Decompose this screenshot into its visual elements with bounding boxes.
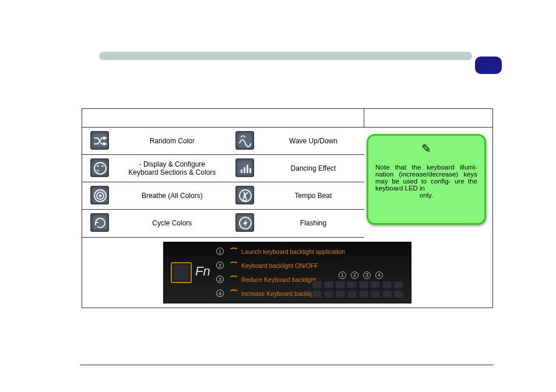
wave-icon [235,131,254,150]
note-line: Note that the keyboard illumi- [375,164,477,171]
fn-line-text: Launch keyboard backlight application [241,248,345,255]
svg-rect-6 [247,165,248,173]
circled-num: 1 [339,271,346,279]
svg-rect-5 [244,167,245,173]
fn-num-circle: 3 [216,276,224,283]
fn-line-text: Reduce Keyboard backlight [241,276,316,283]
icon-cell [82,182,117,210]
icon-cell [227,182,262,210]
backlight-icon [227,289,238,298]
pencil-icon: ✎ [375,142,477,156]
help-cell: ✎ Note that the keyboard illumi- nation … [364,128,493,238]
fn-row: Fn 1 Launch keyboard backlight applicati… [82,237,493,308]
fn-line-text: Increase Keyboard backlight [241,290,319,297]
concentric-icon [90,186,109,204]
random-icon [90,131,109,150]
tempo-icon [235,186,254,204]
fn-line: 3 Reduce Keyboard backlight [216,275,316,284]
fn-line: 1 Launch keyboard backlight application [216,247,345,256]
fn-key-icon [171,262,192,283]
flash-icon [235,213,254,232]
mode-label: - Display & Configure Keyboard Sections … [117,155,227,182]
mode-label: Wave Up/Down [262,128,364,155]
fn-num-circle: 4 [216,289,224,297]
modes-header [82,109,364,128]
mode-label: Random Color [117,128,227,155]
fn-cell: Fn 1 Launch keyboard backlight applicati… [82,237,493,308]
table-header-row [82,109,493,128]
help-header [364,109,493,128]
mode-label: Cycle Colors [117,210,227,237]
circled-num: 2 [351,271,358,279]
mode-label-line: Keyboard Sections & Colors [128,168,216,176]
icon-cell [82,128,117,155]
header-bar [99,52,472,60]
footer-rule [80,364,494,366]
icon-cell [227,155,262,182]
table-row: Random Color Wave Up/Down ✎ Note that th… [82,128,493,155]
svg-point-0 [94,163,106,174]
mode-label: Dancing Effect [262,155,364,182]
mode-label: Flashing [262,210,364,237]
icon-cell [227,128,262,155]
fn-line: 2 Keyboard backlight ON/OFF [216,261,318,270]
mode-label-line: - Display & Configure [139,160,205,168]
backlight-icon [227,248,238,256]
backlight-icon [227,262,238,270]
svg-rect-7 [249,168,251,173]
svg-rect-4 [241,169,242,173]
fn-label: Fn [195,264,210,279]
svg-point-2 [101,165,103,167]
fn-panel: Fn 1 Launch keyboard backlight applicati… [163,242,411,303]
circled-num: 4 [375,271,383,279]
side-tab [475,56,502,74]
svg-point-10 [98,194,101,197]
key-num-labels: 1 2 3 4 [339,271,383,279]
circled-num: 3 [363,271,371,279]
icon-cell [227,210,262,237]
fn-line: 4 Increase Keyboard backlight [216,289,319,298]
note-text: Note that the keyboard illumi- nation (i… [375,164,477,199]
fn-num-circle: 1 [216,248,224,255]
svg-point-3 [97,169,98,171]
icon-cell [82,155,117,182]
fn-line-text: Keyboard backlight ON/OFF [241,262,318,269]
note-line: nation (increase/decrease) [375,171,458,178]
key-grid [312,281,404,298]
note-line: only. [375,192,477,199]
note-box: ✎ Note that the keyboard illumi- nation … [367,134,486,225]
palette-icon [90,158,109,177]
backlight-icon [227,276,238,284]
fn-num-circle: 2 [216,262,224,269]
dancing-icon [235,158,254,177]
mode-label: Tempo Beat [262,182,364,210]
cycle-icon [90,213,109,232]
modes-table: Random Color Wave Up/Down ✎ Note that th… [82,108,493,308]
svg-point-1 [97,165,98,167]
page: Random Color Wave Up/Down ✎ Note that th… [0,0,556,392]
icon-cell [82,210,117,237]
mode-label: Breathe (All Colors) [117,182,227,210]
